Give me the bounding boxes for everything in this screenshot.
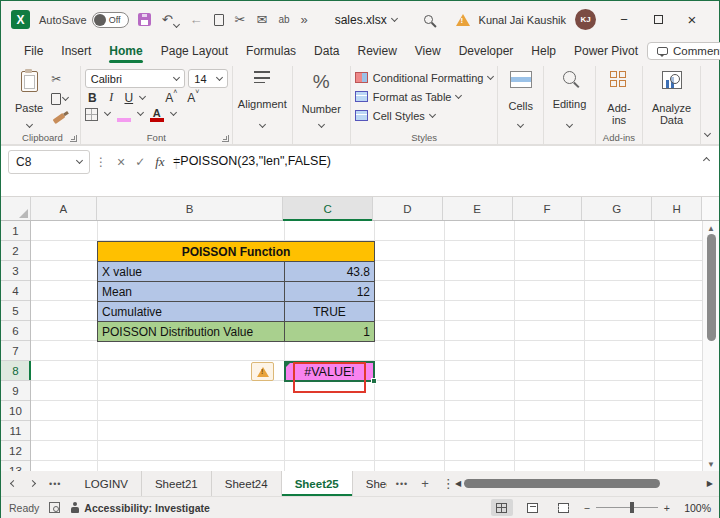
zoom-in-button[interactable]: + xyxy=(664,502,670,514)
select-all-corner[interactable] xyxy=(1,197,31,220)
font-color-chevron-icon[interactable] xyxy=(170,109,177,116)
scroll-down-icon[interactable]: ▼ xyxy=(703,457,719,471)
tab-view[interactable]: View xyxy=(406,40,450,62)
row-header-11[interactable]: 11 xyxy=(1,421,30,441)
cut-icon[interactable]: ✂ xyxy=(235,12,246,27)
close-button[interactable]: × xyxy=(675,5,709,35)
row-header-13[interactable]: 13 xyxy=(1,461,30,471)
autosave-toggle[interactable]: Off xyxy=(92,12,129,28)
tab-developer[interactable]: Developer xyxy=(450,40,523,62)
normal-view-button[interactable] xyxy=(491,499,513,516)
zoom-level[interactable]: 100% xyxy=(679,502,711,514)
sheet-tab-sheet24[interactable]: Sheet24 xyxy=(212,471,282,496)
format-painter-button[interactable] xyxy=(51,110,68,127)
clipboard-dialog-launcher-icon[interactable] xyxy=(70,135,77,142)
next-sheet-icon[interactable] xyxy=(29,480,36,487)
row-header-8[interactable]: 8 xyxy=(1,361,30,381)
tab-formulas[interactable]: Formulas xyxy=(237,40,305,62)
addins-button[interactable]: Add-ins xyxy=(600,68,638,130)
sheet-options-kebab-icon[interactable]: ⋮ xyxy=(442,476,455,491)
scroll-right-icon[interactable]: ▶ xyxy=(707,479,713,488)
row-header-2[interactable]: 2 xyxy=(1,241,30,261)
row-header-3[interactable]: 3 xyxy=(1,261,30,281)
column-header-a[interactable]: A xyxy=(31,197,97,220)
bold-button[interactable]: B xyxy=(85,91,100,105)
cell-c6[interactable]: 1 xyxy=(285,322,375,342)
column-header-e[interactable]: E xyxy=(443,197,513,220)
formula-input[interactable]: =POISSON(23,"len",FALSE) xyxy=(173,154,331,168)
cell-b3[interactable]: X value xyxy=(98,262,285,282)
collapse-formula-bar-icon[interactable] xyxy=(703,157,710,164)
avatar[interactable]: KJ xyxy=(575,9,596,30)
underline-chevron-icon[interactable] xyxy=(139,92,146,99)
cell-b5[interactable]: Cumulative xyxy=(98,302,285,322)
tab-help[interactable]: Help xyxy=(522,40,565,62)
row-header-6[interactable]: 6 xyxy=(1,321,30,341)
cell-styles-button[interactable]: Cell Styles xyxy=(355,106,494,125)
cancel-entry-icon[interactable]: × xyxy=(117,154,125,170)
table-title-cell[interactable]: POISSON Function xyxy=(98,242,375,262)
zoom-slider-thumb[interactable] xyxy=(630,502,634,513)
error-options-button[interactable]: ! xyxy=(251,362,274,381)
copy-icon[interactable] xyxy=(214,14,224,26)
row-header-7[interactable]: 7 xyxy=(1,341,30,361)
cell-c3[interactable]: 43.8 xyxy=(285,262,375,282)
vertical-scrollbar[interactable]: ▲ ▼ xyxy=(702,221,719,471)
excel-logo-icon[interactable]: X xyxy=(11,10,30,29)
column-header-c[interactable]: C xyxy=(283,197,373,220)
row-header-1[interactable]: 1 xyxy=(1,221,30,241)
undo-button[interactable]: ↶ xyxy=(162,12,179,27)
document-title[interactable]: sales.xlsx xyxy=(335,13,397,27)
sheet-tab-sheet21[interactable]: Sheet21 xyxy=(142,471,212,496)
back-icon[interactable]: ← xyxy=(190,12,203,27)
tab-power-pivot[interactable]: Power Pivot xyxy=(565,40,647,62)
name-box-kebab-icon[interactable]: ⋮ xyxy=(95,155,107,169)
accessibility-status[interactable]: Accessibility: Investigate xyxy=(70,502,209,514)
row-header-9[interactable]: 9 xyxy=(1,381,30,401)
qat-overflow-icon[interactable]: » xyxy=(301,12,308,27)
cell-b4[interactable]: Mean xyxy=(98,282,285,302)
fill-handle[interactable] xyxy=(371,378,377,384)
column-header-f[interactable]: F xyxy=(513,197,583,220)
borders-icon[interactable] xyxy=(85,108,98,121)
save-icon[interactable] xyxy=(138,13,151,26)
cell-c4[interactable]: 12 xyxy=(285,282,375,302)
tab-review[interactable]: Review xyxy=(348,40,405,62)
email-icon[interactable]: ✉ xyxy=(257,12,268,27)
column-header-h[interactable]: H xyxy=(652,197,702,220)
row-header-10[interactable]: 10 xyxy=(1,401,30,421)
find-replace-icon[interactable]: ab xyxy=(278,14,289,25)
vertical-scroll-thumb[interactable] xyxy=(707,234,716,341)
collapse-ribbon-button[interactable] xyxy=(701,66,719,144)
cut-button[interactable]: ✂ xyxy=(51,70,68,87)
page-break-view-button[interactable] xyxy=(553,499,575,516)
zoom-slider[interactable] xyxy=(596,507,658,508)
macro-record-icon[interactable] xyxy=(49,502,60,513)
name-box[interactable]: C8 xyxy=(8,150,90,174)
sheet-list-dots-icon[interactable]: ••• xyxy=(49,479,61,489)
page-layout-view-button[interactable] xyxy=(522,499,544,516)
conditional-formatting-button[interactable]: Conditional Formatting xyxy=(355,68,494,87)
tab-data[interactable]: Data xyxy=(305,40,348,62)
fill-color-icon[interactable] xyxy=(117,107,131,121)
cells-button[interactable]: Cells xyxy=(502,68,538,130)
more-sheets-dots-icon[interactable]: ••• xyxy=(396,479,408,489)
spreadsheet-grid[interactable]: 1 2 3 4 5 6 7 8 9 10 11 12 13 POISSON Fu… xyxy=(1,221,719,471)
row-header-5[interactable]: 5 xyxy=(1,301,30,321)
tab-insert[interactable]: Insert xyxy=(52,40,100,62)
tab-file[interactable]: File xyxy=(15,40,52,62)
font-name-select[interactable]: Calibri xyxy=(85,69,185,88)
horizontal-scroll-thumb[interactable] xyxy=(464,479,660,488)
copy-button[interactable] xyxy=(51,90,68,107)
column-header-b[interactable]: B xyxy=(97,197,283,220)
editing-button[interactable]: Editing xyxy=(548,68,591,130)
number-button[interactable]: % Number xyxy=(297,68,346,130)
autosave-control[interactable]: AutoSave Off xyxy=(39,12,129,28)
row-header-12[interactable]: 12 xyxy=(1,441,30,461)
increase-font-button[interactable]: A˄ xyxy=(163,91,180,105)
underline-button[interactable]: U xyxy=(123,91,135,105)
sheet-tab-truncated[interactable]: Shee xyxy=(353,471,387,496)
insert-function-icon[interactable]: fx xyxy=(155,154,164,170)
sheet-tab-loginv[interactable]: LOGINV xyxy=(71,471,141,496)
tab-page-layout[interactable]: Page Layout xyxy=(152,40,237,62)
